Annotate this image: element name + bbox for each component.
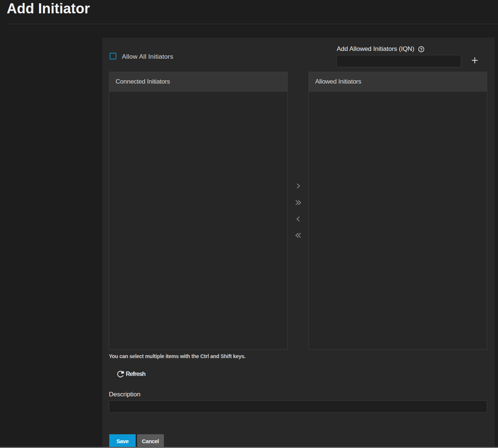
svg-text:?: ? xyxy=(420,47,423,52)
